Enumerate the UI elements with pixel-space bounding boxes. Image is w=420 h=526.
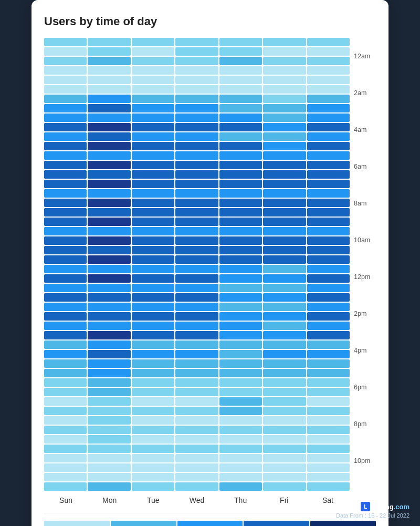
heatmap-cell[interactable]: [44, 397, 87, 406]
heatmap-cell[interactable]: [219, 76, 262, 84]
heatmap-cell[interactable]: [263, 142, 306, 150]
heatmap-cell[interactable]: [175, 151, 218, 160]
heatmap-cell[interactable]: [132, 114, 174, 122]
heatmap-cell[interactable]: [219, 359, 262, 368]
heatmap-cell[interactable]: [175, 331, 218, 339]
heatmap-cell[interactable]: [307, 284, 350, 292]
heatmap-cell[interactable]: [44, 265, 87, 273]
heatmap-cell[interactable]: [307, 416, 350, 425]
heatmap-cell[interactable]: [88, 66, 130, 75]
heatmap-cell[interactable]: [88, 208, 130, 216]
heatmap-cell[interactable]: [219, 426, 262, 434]
heatmap-cell[interactable]: [307, 378, 350, 387]
heatmap-cell[interactable]: [175, 359, 218, 368]
heatmap-cell[interactable]: [44, 161, 87, 169]
heatmap-cell[interactable]: [132, 180, 174, 188]
heatmap-cell[interactable]: [219, 85, 262, 94]
heatmap-cell[interactable]: [88, 482, 130, 491]
heatmap-cell[interactable]: [132, 208, 174, 216]
heatmap-cell[interactable]: [88, 189, 130, 198]
heatmap-cell[interactable]: [307, 312, 350, 321]
heatmap-cell[interactable]: [307, 114, 350, 122]
heatmap-cell[interactable]: [307, 322, 350, 330]
heatmap-cell[interactable]: [175, 246, 218, 254]
heatmap-cell[interactable]: [307, 293, 350, 302]
heatmap-cell[interactable]: [44, 293, 87, 302]
heatmap-cell[interactable]: [219, 104, 262, 112]
heatmap-cell[interactable]: [44, 331, 87, 339]
heatmap-cell[interactable]: [219, 161, 262, 169]
heatmap-cell[interactable]: [263, 482, 306, 491]
heatmap-cell[interactable]: [175, 463, 218, 472]
heatmap-cell[interactable]: [88, 47, 130, 56]
heatmap-cell[interactable]: [132, 416, 174, 425]
heatmap-cell[interactable]: [132, 312, 174, 321]
heatmap-cell[interactable]: [175, 104, 218, 112]
heatmap-cell[interactable]: [307, 303, 350, 311]
heatmap-cell[interactable]: [307, 170, 350, 179]
heatmap-cell[interactable]: [132, 199, 174, 207]
heatmap-cell[interactable]: [307, 407, 350, 415]
heatmap-cell[interactable]: [263, 341, 306, 349]
heatmap-cell[interactable]: [175, 95, 218, 103]
heatmap-cell[interactable]: [175, 284, 218, 292]
heatmap-cell[interactable]: [132, 454, 174, 462]
heatmap-cell[interactable]: [219, 416, 262, 425]
heatmap-cell[interactable]: [219, 303, 262, 311]
heatmap-cell[interactable]: [307, 482, 350, 491]
heatmap-cell[interactable]: [132, 189, 174, 198]
heatmap-cell[interactable]: [219, 312, 262, 321]
heatmap-cell[interactable]: [132, 265, 174, 273]
heatmap-cell[interactable]: [175, 407, 218, 415]
heatmap-cell[interactable]: [132, 369, 174, 377]
heatmap-cell[interactable]: [175, 341, 218, 349]
heatmap-cell[interactable]: [219, 388, 262, 396]
heatmap-cell[interactable]: [44, 359, 87, 368]
heatmap-cell[interactable]: [175, 161, 218, 169]
heatmap-cell[interactable]: [175, 236, 218, 245]
heatmap-cell[interactable]: [132, 151, 174, 160]
heatmap-cell[interactable]: [263, 151, 306, 160]
heatmap-cell[interactable]: [219, 322, 262, 330]
heatmap-cell[interactable]: [175, 189, 218, 198]
heatmap-cell[interactable]: [263, 104, 306, 112]
heatmap-cell[interactable]: [307, 236, 350, 245]
heatmap-cell[interactable]: [307, 123, 350, 131]
heatmap-cell[interactable]: [175, 369, 218, 377]
heatmap-cell[interactable]: [219, 378, 262, 387]
heatmap-cell[interactable]: [88, 142, 130, 150]
heatmap-cell[interactable]: [44, 66, 87, 75]
heatmap-cell[interactable]: [88, 369, 130, 377]
heatmap-cell[interactable]: [263, 199, 306, 207]
heatmap-cell[interactable]: [44, 274, 87, 283]
heatmap-cell[interactable]: [307, 397, 350, 406]
heatmap-cell[interactable]: [175, 435, 218, 444]
heatmap-cell[interactable]: [132, 445, 174, 453]
heatmap-cell[interactable]: [263, 331, 306, 339]
heatmap-cell[interactable]: [219, 482, 262, 491]
heatmap-cell[interactable]: [307, 331, 350, 339]
heatmap-cell[interactable]: [263, 47, 306, 56]
heatmap-cell[interactable]: [219, 95, 262, 103]
heatmap-cell[interactable]: [88, 104, 130, 112]
heatmap-cell[interactable]: [219, 66, 262, 75]
heatmap-cell[interactable]: [88, 303, 130, 311]
heatmap-cell[interactable]: [132, 407, 174, 415]
heatmap-cell[interactable]: [175, 473, 218, 481]
heatmap-cell[interactable]: [263, 473, 306, 481]
heatmap-cell[interactable]: [88, 151, 130, 160]
heatmap-cell[interactable]: [307, 161, 350, 169]
heatmap-cell[interactable]: [44, 38, 87, 46]
heatmap-cell[interactable]: [132, 341, 174, 349]
heatmap-cell[interactable]: [88, 246, 130, 254]
heatmap-cell[interactable]: [132, 66, 174, 75]
heatmap-cell[interactable]: [88, 95, 130, 103]
heatmap-cell[interactable]: [219, 331, 262, 339]
heatmap-cell[interactable]: [88, 416, 130, 425]
heatmap-cell[interactable]: [132, 142, 174, 150]
heatmap-cell[interactable]: [175, 445, 218, 453]
heatmap-cell[interactable]: [263, 170, 306, 179]
heatmap-cell[interactable]: [132, 350, 174, 358]
heatmap-cell[interactable]: [44, 199, 87, 207]
heatmap-cell[interactable]: [175, 350, 218, 358]
